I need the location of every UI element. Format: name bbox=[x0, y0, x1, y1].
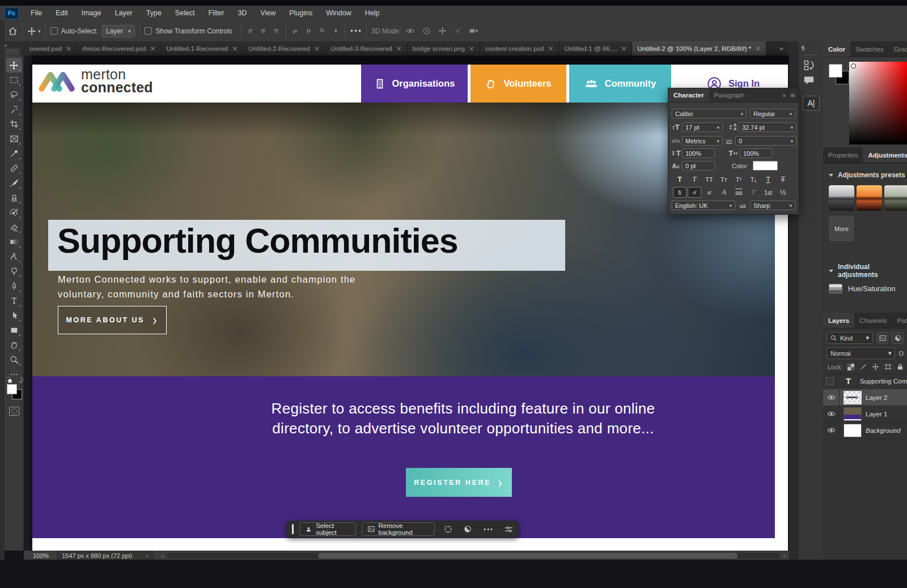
frame-tool[interactable] bbox=[6, 131, 22, 146]
register-here-button[interactable]: REGISTER HERE› bbox=[406, 468, 512, 497]
anti-alias-dropdown[interactable]: Sharp▾ bbox=[750, 201, 795, 210]
doc-tab[interactable]: Untitled-1 @ 66....× bbox=[560, 41, 633, 56]
small-caps-button[interactable]: Tᴛ bbox=[717, 174, 731, 185]
adjustment-icon[interactable] bbox=[464, 525, 472, 533]
horizontal-scale-field[interactable]: 100% bbox=[740, 148, 773, 158]
nav-community[interactable]: Community bbox=[569, 65, 671, 103]
path-selection-tool[interactable] bbox=[6, 308, 22, 323]
taskbar-grip[interactable] bbox=[292, 524, 294, 534]
lock-position-icon[interactable] bbox=[872, 363, 879, 370]
lock-artboard-icon[interactable] bbox=[884, 363, 892, 370]
menu-3d[interactable]: 3D bbox=[231, 6, 253, 20]
lasso-tool[interactable] bbox=[6, 87, 22, 102]
select-subject-button[interactable]: Select subject bbox=[299, 522, 355, 536]
comment-icon[interactable] bbox=[803, 75, 815, 86]
swash-button[interactable]: A bbox=[717, 187, 731, 198]
3d-slide-icon[interactable] bbox=[454, 27, 462, 35]
menu-filter[interactable]: Filter bbox=[202, 6, 231, 20]
close-icon[interactable]: × bbox=[755, 45, 761, 53]
font-family-dropdown[interactable]: Calibri▾ bbox=[672, 109, 747, 118]
close-icon[interactable]: × bbox=[232, 45, 238, 53]
align-center-v-icon[interactable] bbox=[304, 27, 313, 35]
taskbar-settings-icon[interactable] bbox=[505, 526, 513, 533]
preset-thumbnail[interactable] bbox=[857, 185, 882, 211]
move-tool-icon[interactable] bbox=[27, 27, 36, 36]
subscript-button[interactable]: T₁ bbox=[747, 174, 760, 185]
individual-adjustments-header[interactable]: Individual adjustments bbox=[823, 263, 907, 279]
type-tool[interactable] bbox=[6, 293, 22, 308]
tab-properties[interactable]: Properties bbox=[823, 147, 863, 163]
character-panel-icon[interactable]: A| bbox=[803, 96, 820, 110]
lock-pixels-icon[interactable] bbox=[859, 363, 867, 370]
doc-tab[interactable]: content creation.psd× bbox=[480, 41, 560, 56]
dodge-tool[interactable] bbox=[6, 264, 22, 279]
layer-row-text[interactable]: T Supporting Com bbox=[823, 373, 907, 390]
menu-help[interactable]: Help bbox=[358, 6, 387, 20]
lock-transparency-icon[interactable] bbox=[847, 364, 854, 370]
more-options-icon[interactable]: ••• bbox=[350, 27, 362, 35]
crop-tool[interactable] bbox=[6, 117, 22, 131]
tab-adjustments[interactable]: Adjustments bbox=[863, 147, 907, 163]
menu-layer[interactable]: Layer bbox=[108, 6, 139, 20]
adjustments-presets-header[interactable]: Adjustments presets bbox=[823, 164, 907, 179]
layer-visibility-toggle[interactable] bbox=[823, 389, 840, 406]
3d-camera-icon[interactable] bbox=[469, 26, 478, 36]
superscript-button[interactable]: T¹ bbox=[732, 174, 745, 185]
default-colors-icon[interactable] bbox=[6, 377, 11, 382]
quick-mask-icon[interactable] bbox=[9, 407, 19, 416]
smudge-tool[interactable] bbox=[6, 249, 22, 264]
scrollbar-thumb[interactable] bbox=[318, 553, 738, 559]
collapse-panel-icon[interactable]: » bbox=[782, 92, 786, 99]
clone-stamp-tool[interactable] bbox=[6, 190, 22, 205]
doc-tab-active[interactable]: Untitled-2 @ 100% (Layer 2, RGB/8#) *× bbox=[632, 41, 766, 56]
layer-name[interactable]: Layer 2 bbox=[866, 394, 887, 401]
magic-wand-tool[interactable] bbox=[6, 102, 22, 117]
align-right-icon[interactable] bbox=[273, 27, 281, 35]
color-picker-cursor[interactable] bbox=[851, 63, 856, 69]
contextual-alternates-button[interactable]: ơ bbox=[688, 187, 701, 198]
close-icon[interactable]: × bbox=[396, 45, 402, 53]
move-tool[interactable] bbox=[6, 58, 22, 73]
close-icon[interactable]: × bbox=[66, 45, 71, 53]
pen-tool[interactable] bbox=[6, 279, 22, 293]
faux-bold-button[interactable]: T bbox=[673, 174, 686, 185]
horizontal-scrollbar[interactable] bbox=[167, 553, 780, 559]
titling-alternates-button[interactable]: T bbox=[747, 187, 760, 198]
layer-row-background[interactable]: Background bbox=[823, 422, 907, 439]
color-swatches[interactable] bbox=[829, 64, 851, 87]
tab-layers[interactable]: Layers bbox=[823, 313, 854, 328]
foreground-color[interactable] bbox=[7, 384, 17, 394]
underline-button[interactable]: T bbox=[761, 174, 775, 185]
align-left-icon[interactable] bbox=[245, 27, 254, 35]
doc-tab[interactable]: Untitled-2-Recovered× bbox=[243, 41, 325, 56]
paragraph-panel-icon[interactable]: ¶ bbox=[801, 45, 805, 52]
discretionary-ligatures-button[interactable]: st bbox=[702, 187, 716, 198]
menu-plugins[interactable]: Plugins bbox=[282, 6, 319, 20]
standard-ligatures-button[interactable]: fi bbox=[673, 187, 686, 198]
marquee-tool[interactable] bbox=[6, 73, 22, 87]
preset-thumbnail[interactable] bbox=[884, 185, 907, 211]
doc-tab[interactable]: rhinos-Recovered.psd× bbox=[77, 41, 162, 56]
filter-adjustment-layers-icon[interactable] bbox=[892, 332, 904, 344]
font-style-dropdown[interactable]: Regular▾ bbox=[750, 109, 795, 118]
leading-field[interactable]: 32.74 pt▾ bbox=[739, 122, 796, 132]
tab-gradients[interactable]: Gradien bbox=[889, 41, 907, 57]
fractions-button[interactable]: ½ bbox=[776, 187, 790, 198]
vertical-scale-field[interactable]: 100% bbox=[682, 148, 715, 158]
hue-saturation-item[interactable]: Hue/Saturation bbox=[829, 284, 895, 293]
tracking-dropdown[interactable]: 0▾ bbox=[735, 136, 796, 146]
rectangle-tool[interactable] bbox=[6, 323, 22, 338]
close-icon[interactable]: × bbox=[314, 45, 320, 53]
strikethrough-button[interactable]: T bbox=[776, 174, 790, 185]
language-dropdown[interactable]: English: UK▾ bbox=[672, 201, 735, 210]
3d-roll-icon[interactable] bbox=[422, 26, 431, 36]
layer-thumbnail[interactable] bbox=[844, 391, 861, 404]
tab-swatches[interactable]: Swatches bbox=[850, 41, 889, 57]
nav-volunteers[interactable]: Volunteers bbox=[471, 65, 566, 103]
foreground-color[interactable] bbox=[829, 64, 842, 78]
brush-tool[interactable] bbox=[6, 176, 22, 190]
scroll-left-arrow[interactable]: ‹ bbox=[162, 552, 164, 560]
history-brush-tool[interactable] bbox=[6, 205, 22, 220]
nav-organisations[interactable]: Organisations bbox=[361, 65, 468, 103]
layer-thumbnail[interactable] bbox=[844, 424, 861, 437]
